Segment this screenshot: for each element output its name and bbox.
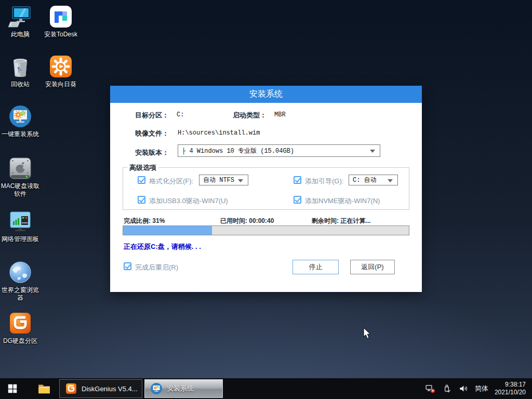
- sunflower-icon: [48, 54, 73, 79]
- file-explorer-button[interactable]: [32, 378, 56, 399]
- advanced-options-group: 高级选项 格式化分区(F): 自动 NTFS 添加引导(G): C: 自动 添加…: [123, 167, 409, 210]
- remaining-time-text: 剩余时间: 正在计算...: [312, 217, 370, 225]
- status-message: 正在还原C:盘，请稍候. . .: [124, 242, 201, 251]
- diskgenius-icon: [65, 382, 77, 395]
- volume-icon[interactable]: [458, 383, 469, 394]
- ime-indicator[interactable]: 简体: [475, 384, 488, 393]
- desktop: { "colors": { "title_bar": "#2e86e1", "p…: [0, 0, 532, 399]
- elapsed-time-text: 已用时间: 00:00:40: [220, 217, 274, 225]
- taskbar-item-label: 安装系统: [167, 384, 194, 393]
- taskbar-item-label: DiskGenius V5.4...: [82, 385, 138, 393]
- mac-disk-icon: [8, 156, 33, 181]
- reinstall-system-icon: [8, 104, 33, 129]
- reboot-after-label: 完成后重启(R): [135, 263, 178, 272]
- image-file-label: 映像文件：: [135, 129, 169, 138]
- desktop-icon-dg-partition[interactable]: DG硬盘分区: [0, 311, 41, 345]
- desktop-icon-install-sunflower[interactable]: 安装向日葵: [41, 54, 81, 88]
- format-type-value: 自动 NTFS: [203, 176, 234, 184]
- clock-time: 9:38:17: [495, 381, 526, 389]
- install-version-select[interactable]: ├ 4 Windows 10 专业版 (15.04GB): [178, 144, 380, 157]
- clock-date: 2021/10/20: [495, 389, 526, 396]
- format-partition-label: 格式化分区(F):: [149, 177, 193, 186]
- recycle-bin-icon: [8, 54, 33, 79]
- usb3-driver-checkbox[interactable]: [138, 196, 145, 204]
- desktop-icon-label: 安装向日葵: [45, 81, 76, 88]
- network-disconnected-icon[interactable]: [425, 383, 435, 394]
- usb-device-icon[interactable]: [442, 383, 452, 394]
- nvme-driver-label: 添加NVME驱动-WIN7(N): [305, 196, 380, 206]
- todesk-icon: [48, 4, 73, 29]
- windows-logo-icon: [7, 383, 18, 394]
- install-version-label: 安装版本：: [135, 148, 169, 157]
- add-boot-label: 添加引导(G):: [305, 177, 343, 186]
- taskbar-item-diskgenius[interactable]: DiskGenius V5.4...: [59, 379, 142, 398]
- format-type-select[interactable]: 自动 NTFS: [199, 175, 248, 185]
- folder-icon: [37, 382, 51, 395]
- desktop-icon-mac-disk-reader[interactable]: MAC硬盘读取软件: [0, 156, 41, 198]
- image-file-value: H:\sources\install.wim: [178, 129, 260, 137]
- add-boot-checkbox[interactable]: [294, 176, 301, 184]
- desktop-icon-install-todesk[interactable]: 安装ToDesk: [41, 4, 81, 38]
- progress-bar: [123, 225, 409, 235]
- desktop-icon-label: 此电脑: [11, 31, 30, 38]
- desktop-icon-label: 一键重装系统: [2, 130, 39, 138]
- mouse-cursor: [363, 327, 372, 340]
- desktop-icon-recycle-bin[interactable]: 回收站: [0, 54, 41, 88]
- desktop-icon-world-browser[interactable]: 世界之窗浏览器: [0, 260, 41, 302]
- desktop-icon-label: 回收站: [11, 81, 30, 88]
- dialog-titlebar[interactable]: 安装系统: [110, 86, 422, 103]
- back-button[interactable]: 返回(P): [350, 260, 395, 274]
- chevron-down-icon: [370, 150, 375, 153]
- install-version-value: ├ 4 Windows 10 专业版 (15.04GB): [182, 147, 294, 155]
- nvme-driver-checkbox[interactable]: [294, 196, 301, 204]
- target-partition-label: 目标分区：: [135, 111, 169, 120]
- chevron-down-icon: [238, 179, 243, 182]
- taskbar: DiskGenius V5.4... 安装系统: [0, 378, 532, 399]
- progress-fill: [123, 226, 212, 235]
- boot-drive-value: C: 自动: [353, 176, 377, 184]
- reinstall-system-icon: [150, 382, 163, 395]
- taskbar-item-install-system[interactable]: 安装系统: [144, 379, 223, 398]
- desktop-icon-onekey-reinstall[interactable]: 一键重装系统: [0, 104, 41, 138]
- usb3-driver-label: 添加USB3.0驱动-WIN7(U): [149, 196, 228, 206]
- boot-type-value: MBR: [274, 111, 286, 118]
- desktop-icon-label: 安装ToDesk: [44, 31, 77, 38]
- desktop-icon-network-panel[interactable]: 网络管理面板: [0, 209, 41, 243]
- install-system-dialog: 安装系统 目标分区： C: 启动类型： MBR 映像文件： H:\sources…: [110, 86, 422, 292]
- boot-drive-select[interactable]: C: 自动: [349, 175, 398, 185]
- stop-button[interactable]: 停止: [292, 260, 339, 274]
- system-tray: 简体 9:38:17 2021/10/20: [425, 378, 532, 399]
- target-partition-value: C:: [177, 111, 184, 118]
- start-button[interactable]: [0, 378, 25, 399]
- globe-icon: [8, 260, 33, 285]
- reboot-after-checkbox[interactable]: [124, 262, 131, 270]
- desktop-icon-label: 世界之窗浏览器: [0, 286, 41, 302]
- desktop-icon-this-pc[interactable]: 此电脑: [0, 4, 41, 38]
- format-partition-checkbox[interactable]: [138, 176, 145, 184]
- desktop-icon-label: MAC硬盘读取软件: [0, 182, 41, 198]
- progress-percent-text: 完成比例: 31%: [124, 217, 165, 225]
- dialog-title: 安装系统: [249, 89, 283, 100]
- boot-type-label: 启动类型：: [233, 111, 267, 120]
- chevron-down-icon: [388, 179, 393, 182]
- taskbar-clock[interactable]: 9:38:17 2021/10/20: [495, 381, 526, 396]
- this-pc-icon: [8, 4, 33, 29]
- desktop-icon-label: DG硬盘分区: [3, 337, 37, 345]
- network-panel-icon: [8, 209, 33, 234]
- diskgenius-icon: [8, 311, 33, 336]
- desktop-icon-label: 网络管理面板: [2, 235, 39, 243]
- advanced-options-legend: 高级选项: [127, 163, 158, 172]
